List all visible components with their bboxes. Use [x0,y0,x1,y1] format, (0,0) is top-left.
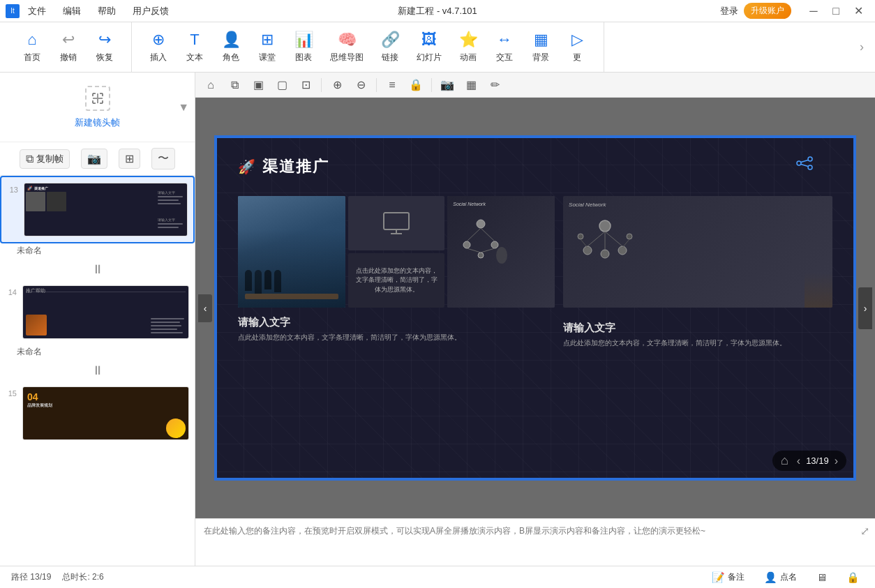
canvas-nav-right[interactable]: › [858,287,872,329]
thumb-14-lines [151,318,186,336]
ctb-zoomin-icon[interactable]: ⊕ [327,75,347,95]
slide-images-row: 点击此处添加您的文本内容，文字条理清晰，简洁明了，字体为思源黑体。 Social… [238,196,555,308]
svg-point-21 [601,250,609,258]
canvas-nav-left[interactable]: ‹ [198,294,212,322]
ctb-home-icon[interactable]: ⌂ [201,75,220,95]
toolbar-redo[interactable]: ↪ 恢复 [87,27,123,68]
toolbar-background[interactable]: ▦ 背景 [523,27,559,68]
slide-item-14[interactable]: 14 推广帮助 [0,280,195,345]
toolbar-animation[interactable]: ⭐ 动画 [450,27,486,68]
slide-item-15[interactable]: 15 04 品牌发展规划 [0,381,195,446]
ctb-copy1-icon[interactable]: ⧉ [225,75,244,95]
toolbar-undo[interactable]: ↩ 撤销 [50,27,87,68]
page-next-button[interactable]: › [835,455,838,467]
ctb-copy2-icon[interactable]: ▣ [248,75,268,95]
status-attendance-button[interactable]: 👤 点名 [760,570,801,585]
grid-frame-button[interactable]: ⊞ [119,149,140,169]
toolbar-more[interactable]: ▷ 更 [559,27,595,68]
minimize-button[interactable]: ─ [802,0,825,22]
interact-icon: ↔ [497,31,512,49]
curve-frame-button[interactable]: 〜 [151,148,175,169]
grid-icon: ⊞ [125,152,134,165]
slide-left-body[interactable]: 点此处添加您的文本内容，文字条理清晰，简洁明了，字体为思源黑体。 [238,332,555,343]
menu-file[interactable]: 文件 [25,3,49,19]
slide-image-monitor [348,196,444,250]
slide-item-13[interactable]: 13 🚀 渠道推广 请输入文字 [0,176,195,243]
notes-input[interactable] [204,525,867,550]
character-icon: 👤 [222,31,241,49]
canvas-area: ⌂ ⧉ ▣ ▢ ⊡ ⊕ ⊖ ≡ 🔒 📷 ▦ ✏ ‹ [195,73,875,566]
close-button[interactable]: ✕ [847,0,869,22]
svg-line-27 [605,232,622,246]
ctb-copy3-icon[interactable]: ▢ [272,75,292,95]
slide-image-social: Social Network [447,196,555,308]
status-lock-button[interactable]: 🔒 [842,570,864,585]
ctb-lock-icon[interactable]: 🔒 [406,75,426,95]
menu-edit[interactable]: 编辑 [60,3,84,19]
slides-list: 13 🚀 渠道推广 请输入文字 [0,176,195,566]
toolbar-scroll-right[interactable]: › [854,34,869,60]
svg-point-18 [496,247,507,264]
toolbar-home[interactable]: ⌂ 首页 [14,27,50,68]
svg-line-6 [801,165,808,167]
svg-line-17 [481,248,495,252]
toolbar-link[interactable]: 🔗 链接 [372,27,408,68]
slide-right-title[interactable]: 请输入文字 [563,322,832,335]
img-social-bg: Social Network [447,196,555,308]
toolbar-animation-label: 动画 [460,52,477,63]
slide-image-people [238,196,345,308]
ctb-align-icon[interactable]: ≡ [382,75,402,95]
toolbar-slideshow[interactable]: 🖼 幻灯片 [408,27,450,68]
notes-expand-icon[interactable]: ⤢ [860,525,869,538]
slide-left-title[interactable]: 请输入文字 [238,316,555,329]
svg-line-25 [588,232,605,246]
toolbar-insert[interactable]: ⊕ 插入 [140,27,177,68]
status-screen-button[interactable]: 🖥 [812,570,831,585]
svg-point-23 [578,234,583,239]
slide-image-text-panel: 点击此处添加您的文本内容，文字条理清晰，简洁明了，字体为思源黑体。 [348,253,444,308]
notes-area: ⤢ [195,518,875,566]
page-prev-button[interactable]: ‹ [797,455,800,467]
toolbar-mindmap-label: 思维导图 [330,52,364,63]
toolbar-background-label: 背景 [532,52,549,63]
main-toolbar: ⌂ 首页 ↩ 撤销 ↪ 恢复 ⊕ 插入 T 文本 👤 角色 ⊞ 课堂 📊 [0,22,875,73]
slide-thumb-13: 🚀 渠道推广 请输入文字 请输入文字 [24,183,188,236]
link-icon: 🔗 [381,31,400,49]
slide-right-column: Social Network [563,196,832,423]
ctb-edit-icon[interactable]: ✏ [485,75,504,95]
home-icon: ⌂ [27,31,36,49]
toolbar-mindmap[interactable]: 🧠 思维导图 [322,27,372,68]
slide-separator-14: ⏸ [0,361,195,381]
menu-help[interactable]: 帮助 [95,3,119,19]
toolbar-text[interactable]: T 文本 [177,27,213,68]
menu-feedback[interactable]: 用户反馈 [130,3,172,19]
new-frame-button[interactable]: 新建镜头帧 ▼ [0,73,195,142]
slide-frame: 🚀 渠道推广 [214,135,856,481]
ctb-divider3 [431,78,432,92]
status-bar: 路径 13/19 总时长: 2:6 📝 备注 👤 点名 🖥 🔒 [0,566,875,588]
toolbar-interact[interactable]: ↔ 交互 [486,27,523,68]
maximize-button[interactable]: □ [825,0,847,22]
status-note-button[interactable]: 📝 备注 [708,570,749,585]
svg-line-16 [467,248,481,252]
copy-icon: ⧉ [26,153,33,165]
copy-frame-label: 复制帧 [36,153,63,165]
toolbar-link-label: 链接 [382,52,398,63]
ctb-grid-icon[interactable]: ▦ [461,75,481,95]
ctb-camera-icon[interactable]: 📷 [438,75,457,95]
toolbar-chart[interactable]: 📊 图表 [285,27,322,68]
upgrade-button[interactable]: 升级账户 [744,3,791,19]
ctb-copy4-icon[interactable]: ⊡ [296,75,315,95]
thumb-14-logo: 推广帮助 [26,287,45,294]
ctb-zoomout-icon[interactable]: ⊖ [351,75,371,95]
more-icon: ▷ [571,31,583,49]
slide-thumb-15: 04 品牌发展规划 [22,386,189,440]
camera-frame-button[interactable]: 📷 [81,149,107,169]
toolbar-classroom[interactable]: ⊞ 课堂 [249,27,285,68]
toolbar-interact-label: 交互 [496,52,513,63]
copy-frame-button[interactable]: ⧉ 复制帧 [20,149,70,169]
slide-right-body[interactable]: 点此处添加您的文本内容，文字条理清晰，简洁明了，字体为思源黑体。 [563,338,832,349]
toolbar-character[interactable]: 👤 角色 [213,27,249,68]
login-button[interactable]: 登录 [720,5,738,17]
page-home-icon[interactable]: ⌂ [781,453,788,468]
